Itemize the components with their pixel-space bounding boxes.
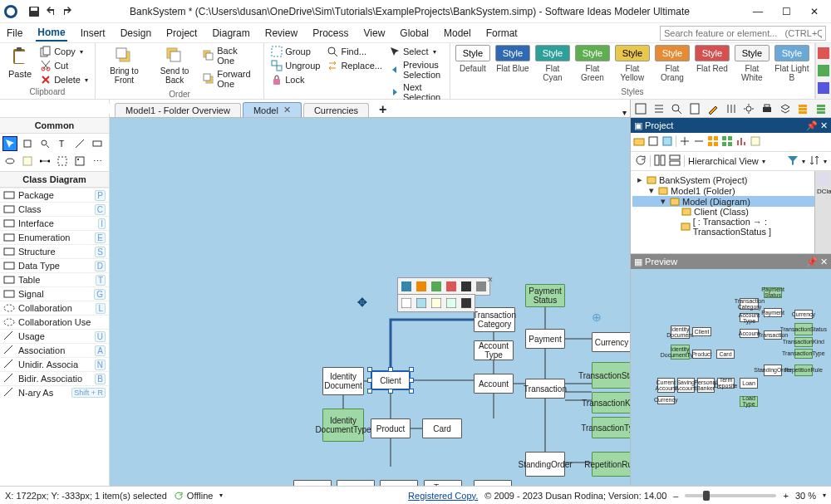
menu-view[interactable]: View: [362, 26, 387, 41]
delete-button[interactable]: Delete▾: [38, 73, 90, 86]
node-trans-type[interactable]: TransactionType: [592, 417, 630, 438]
copy-button[interactable]: Copy▾: [38, 45, 90, 58]
expand-icon[interactable]: [679, 135, 691, 149]
menu-format[interactable]: Format: [484, 26, 519, 41]
group-button[interactable]: Group: [269, 45, 322, 58]
toolbox-item-signal[interactable]: SignalG: [0, 286, 109, 301]
connector-tool[interactable]: [37, 154, 52, 169]
palette2-icon[interactable]: [818, 63, 829, 78]
context-tool2-2[interactable]: [430, 296, 443, 310]
toolbox-item-data-type[interactable]: Data TypeD: [0, 258, 109, 272]
new-diagram-icon[interactable]: [647, 135, 659, 149]
context-tool2-0[interactable]: [400, 296, 413, 310]
selection-handle[interactable]: [409, 389, 414, 394]
node-current-account[interactable]: Current Account: [293, 480, 332, 486]
chevron-down-icon[interactable]: ▾: [762, 158, 765, 165]
tree-icon-a[interactable]: [817, 174, 829, 185]
style-swatch-2[interactable]: Style: [535, 45, 570, 61]
palette3-icon[interactable]: [818, 81, 829, 95]
node-account-type[interactable]: Account Type: [474, 340, 514, 360]
project-tree[interactable]: DCla ▸BankSystem (Project)▾Model1 (Folde…: [631, 171, 831, 254]
select-button[interactable]: Select▾: [387, 45, 445, 58]
menu-home[interactable]: Home: [36, 25, 66, 42]
node-identity-doc[interactable]: Identity Document: [322, 367, 364, 395]
tree-toggle-icon[interactable]: ▾: [659, 196, 667, 207]
ellipse-tool[interactable]: [2, 154, 17, 169]
context-tool-1[interactable]: [415, 280, 428, 293]
grid-icon[interactable]: [707, 135, 719, 149]
toolbox-item-structure[interactable]: StructureS: [0, 244, 109, 258]
style-swatch-5[interactable]: Style: [655, 45, 690, 61]
node-card[interactable]: Card: [422, 418, 462, 438]
gear-icon[interactable]: [741, 101, 756, 116]
add-node-icon[interactable]: ⊕: [592, 311, 602, 324]
preview-canvas[interactable]: Identity DocumentIdentity DocumentTypeCl…: [631, 269, 831, 486]
context-tool2-1[interactable]: [415, 296, 428, 310]
context-tool2-4[interactable]: [460, 296, 473, 310]
node-trans-cat[interactable]: Transaction Category: [474, 307, 515, 332]
node-transaction[interactable]: Transaction: [525, 379, 565, 399]
search2-icon[interactable]: [669, 101, 684, 116]
cut-button[interactable]: Cut: [38, 59, 90, 72]
node-product[interactable]: Product: [371, 418, 411, 438]
notes-icon[interactable]: [750, 135, 761, 149]
node-saving-account[interactable]: Saving Account: [337, 480, 375, 486]
diagram-canvas[interactable]: ✥ ⊕ Identity DocumentIdentity DocumentTy…: [110, 118, 630, 486]
selection-handle[interactable]: [367, 367, 372, 372]
tree-row[interactable]: Client (Class): [632, 207, 829, 217]
node-client[interactable]: Client: [371, 370, 411, 390]
close-icon[interactable]: ✕: [283, 105, 291, 115]
chevron-down-icon[interactable]: ▾: [219, 492, 223, 499]
doc-icon[interactable]: [687, 101, 702, 116]
search-input[interactable]: [660, 26, 826, 41]
grid2-icon[interactable]: [721, 135, 733, 149]
menu-model[interactable]: Model: [442, 26, 473, 41]
tree-row[interactable]: ▾Model1 (Folder): [632, 185, 829, 196]
tab-model[interactable]: Model✕: [243, 102, 302, 117]
close-icon[interactable]: ✕: [820, 257, 828, 267]
new-folder-icon[interactable]: [633, 135, 645, 149]
menu-file[interactable]: File: [5, 26, 24, 41]
style-swatch-0[interactable]: Style: [455, 45, 490, 61]
menu-process[interactable]: Process: [311, 26, 350, 41]
print-icon[interactable]: [760, 101, 774, 116]
find-button[interactable]: Find...: [325, 45, 384, 58]
menu-global[interactable]: Global: [398, 26, 430, 41]
selection-handle[interactable]: [388, 389, 393, 394]
zoom-out-button[interactable]: –: [673, 491, 678, 501]
view-mode-label[interactable]: Hierarchical View: [688, 156, 759, 166]
selection-handle[interactable]: [367, 389, 372, 394]
registered-link[interactable]: Registered Copy.: [408, 491, 478, 501]
pens-icon[interactable]: [724, 101, 739, 116]
node-payment-status[interactable]: Payment Status: [525, 284, 565, 307]
tree-row[interactable]: ▾Model (Diagram): [632, 196, 829, 207]
stack-icon[interactable]: [796, 101, 811, 116]
toolbox-item-n-ary-as[interactable]: N-ary AsShift + R: [0, 385, 109, 399]
back-one-button[interactable]: Back One: [201, 45, 258, 66]
list-icon[interactable]: [652, 101, 666, 116]
context-tool2-3[interactable]: [445, 296, 458, 310]
minimize-button[interactable]: —: [745, 3, 771, 20]
sort-icon[interactable]: [809, 154, 820, 168]
save-icon[interactable]: [27, 4, 42, 19]
lock-button[interactable]: Lock: [269, 73, 322, 86]
node-standing-order[interactable]: StandingOrder: [525, 452, 565, 477]
line-tool[interactable]: [72, 136, 87, 151]
toolbox-item-package[interactable]: PackageP: [0, 188, 109, 202]
style-swatch-7[interactable]: Style: [735, 45, 770, 61]
stack2-icon[interactable]: [814, 101, 829, 116]
chevron-down-icon[interactable]: ▾: [622, 108, 627, 117]
toolbox-item-enumeration[interactable]: EnumerationE: [0, 230, 109, 244]
node-account[interactable]: Account: [474, 374, 514, 394]
chevron-down-icon[interactable]: ▾: [802, 158, 805, 165]
view1-icon[interactable]: [654, 154, 666, 168]
forward-one-button[interactable]: Forward One: [201, 68, 258, 90]
node-term-deposite[interactable]: Term Deposite: [424, 480, 462, 486]
node-repetition-rule[interactable]: RepetitionRule: [592, 452, 630, 477]
toolbox-item-association[interactable]: AssociationA: [0, 343, 109, 357]
context-tool-0[interactable]: [400, 280, 413, 293]
style-swatch-8[interactable]: Style: [774, 45, 809, 61]
undo-icon[interactable]: [43, 4, 58, 19]
style-swatch-1[interactable]: Style: [495, 45, 530, 61]
menu-design[interactable]: Design: [119, 26, 153, 41]
